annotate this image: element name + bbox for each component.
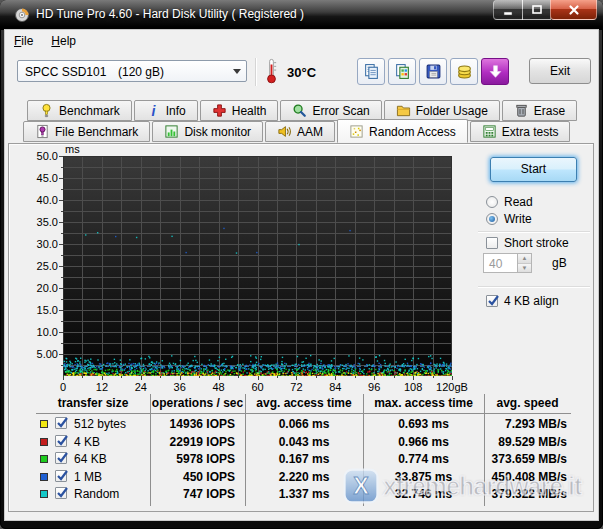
maximize-button[interactable] bbox=[522, 0, 551, 20]
benchmark-icon bbox=[39, 103, 54, 118]
tab-erase[interactable]: Erase bbox=[502, 100, 577, 121]
max-access-value: 0.966 ms bbox=[363, 435, 484, 449]
column-header: operations / sec bbox=[150, 396, 245, 410]
svg-text:12: 12 bbox=[96, 381, 108, 393]
svg-text:ms: ms bbox=[65, 146, 80, 155]
column-header: max. access time bbox=[363, 396, 484, 410]
copy-text-button[interactable] bbox=[357, 58, 385, 85]
svg-text:30.0: 30.0 bbox=[37, 238, 58, 250]
max-access-value: 0.774 ms bbox=[363, 452, 484, 466]
copy-image-button[interactable] bbox=[388, 58, 416, 85]
capacity-spinner[interactable]: 40 ▲ ▼ bbox=[483, 253, 532, 273]
tab-label: Benchmark bbox=[59, 104, 120, 118]
series-checkbox[interactable] bbox=[55, 470, 67, 482]
svg-text:15.0: 15.0 bbox=[37, 304, 58, 316]
menu-file[interactable]: File bbox=[5, 30, 42, 52]
app-window: HD Tune Pro 4.60 - Hard Disk Utility ( R… bbox=[0, 0, 603, 529]
transfer-size-label: 4 KB bbox=[74, 435, 100, 449]
tab-label: Erase bbox=[534, 104, 565, 118]
write-option[interactable]: Write bbox=[486, 212, 532, 226]
avg-speed-value: 379.322 MB/s bbox=[484, 487, 567, 501]
svg-text:84: 84 bbox=[329, 381, 341, 393]
minimize-icon bbox=[501, 3, 515, 17]
drive-selector[interactable]: SPCC SSD101 (120 gB) bbox=[17, 60, 247, 82]
align-checkbox[interactable] bbox=[486, 295, 498, 307]
read-radio[interactable] bbox=[486, 196, 498, 208]
save-button[interactable] bbox=[419, 58, 447, 85]
options-button[interactable] bbox=[450, 58, 478, 85]
series-color-swatch bbox=[40, 455, 48, 463]
close-button[interactable] bbox=[550, 0, 597, 20]
separator bbox=[478, 231, 590, 233]
spin-down-icon[interactable]: ▼ bbox=[518, 264, 531, 273]
aam-icon bbox=[277, 124, 292, 139]
header-underline bbox=[36, 413, 571, 414]
avg-speed-value: 89.529 MB/s bbox=[484, 435, 567, 449]
tab-benchmark[interactable]: Benchmark bbox=[27, 100, 132, 121]
series-checkbox[interactable] bbox=[55, 487, 67, 499]
spinner-buttons: ▲ ▼ bbox=[517, 253, 532, 273]
ops-value: 450 IOPS bbox=[150, 470, 235, 484]
avg-speed-value: 7.293 MB/s bbox=[484, 417, 567, 431]
tab-label: Health bbox=[232, 104, 267, 118]
series-color-swatch bbox=[40, 473, 48, 481]
tab-error-scan[interactable]: Error Scan bbox=[280, 100, 381, 121]
info-icon: i bbox=[146, 103, 161, 118]
write-radio[interactable] bbox=[486, 213, 498, 225]
tab-file-benchmark[interactable]: File Benchmark bbox=[23, 121, 150, 142]
menu-help[interactable]: Help bbox=[42, 30, 85, 52]
series-checkbox[interactable] bbox=[55, 417, 67, 429]
arrow-down-icon bbox=[487, 63, 504, 80]
series-checkbox[interactable] bbox=[55, 452, 67, 464]
error-scan-icon bbox=[292, 103, 307, 118]
series-checkbox[interactable] bbox=[55, 435, 67, 447]
read-option[interactable]: Read bbox=[486, 195, 533, 209]
svg-text:120gB: 120gB bbox=[436, 381, 468, 393]
ops-value: 22919 IOPS bbox=[150, 435, 235, 449]
svg-text:48: 48 bbox=[212, 381, 224, 393]
random-access-icon bbox=[349, 124, 364, 139]
tab-folder-usage[interactable]: Folder Usage bbox=[384, 100, 500, 121]
close-icon bbox=[566, 3, 582, 17]
start-button[interactable]: Start bbox=[490, 157, 577, 182]
spin-up-icon[interactable]: ▲ bbox=[518, 254, 531, 264]
svg-text:36: 36 bbox=[174, 381, 186, 393]
series-color-swatch bbox=[40, 490, 48, 498]
title-bar[interactable]: HD Tune Pro 4.60 - Hard Disk Utility ( R… bbox=[0, 0, 603, 30]
folder-usage-icon bbox=[396, 103, 411, 118]
tab-random-access[interactable]: Random Access bbox=[337, 119, 468, 143]
avg-access-value: 0.043 ms bbox=[245, 435, 363, 449]
tab-label: Error Scan bbox=[312, 104, 369, 118]
update-button[interactable] bbox=[481, 58, 509, 85]
align-option[interactable]: 4 KB align bbox=[486, 294, 559, 308]
minimize-button[interactable] bbox=[493, 0, 523, 20]
short-stroke-checkbox[interactable] bbox=[486, 237, 498, 249]
align-label: 4 KB align bbox=[504, 294, 559, 308]
tab-label: Random Access bbox=[369, 125, 456, 139]
window-controls bbox=[494, 0, 597, 20]
max-access-value: 33.875 ms bbox=[363, 470, 484, 484]
tab-disk-monitor[interactable]: Disk monitor bbox=[152, 121, 263, 142]
tab-row-2: File BenchmarkDisk monitorAAMRandom Acce… bbox=[23, 121, 570, 143]
tab-extra-tests[interactable]: Extra tests bbox=[470, 121, 571, 142]
column-header: avg. speed bbox=[484, 396, 571, 410]
tab-label: Info bbox=[166, 104, 186, 118]
tab-info[interactable]: iInfo bbox=[134, 100, 198, 121]
short-stroke-option[interactable]: Short stroke bbox=[486, 236, 569, 250]
capacity-unit: gB bbox=[552, 256, 567, 270]
svg-text:20.0: 20.0 bbox=[37, 282, 58, 294]
ops-value: 747 IOPS bbox=[150, 487, 235, 501]
copy-image-icon bbox=[394, 63, 411, 80]
svg-text:i: i bbox=[151, 103, 156, 118]
svg-text:50.0: 50.0 bbox=[37, 150, 58, 162]
tab-health[interactable]: Health bbox=[200, 100, 279, 121]
capacity-input[interactable]: 40 bbox=[483, 253, 517, 273]
series-color-swatch bbox=[40, 438, 48, 446]
avg-access-value: 0.167 ms bbox=[245, 452, 363, 466]
drive-model: SPCC SSD101 bbox=[25, 65, 106, 79]
table-row-random: Random747 IOPS1.337 ms32.746 ms379.322 M… bbox=[9, 486, 595, 503]
thermometer-icon bbox=[265, 58, 278, 88]
tab-aam[interactable]: AAM bbox=[265, 121, 335, 142]
svg-text:108: 108 bbox=[404, 381, 422, 393]
exit-button[interactable]: Exit bbox=[529, 58, 591, 84]
